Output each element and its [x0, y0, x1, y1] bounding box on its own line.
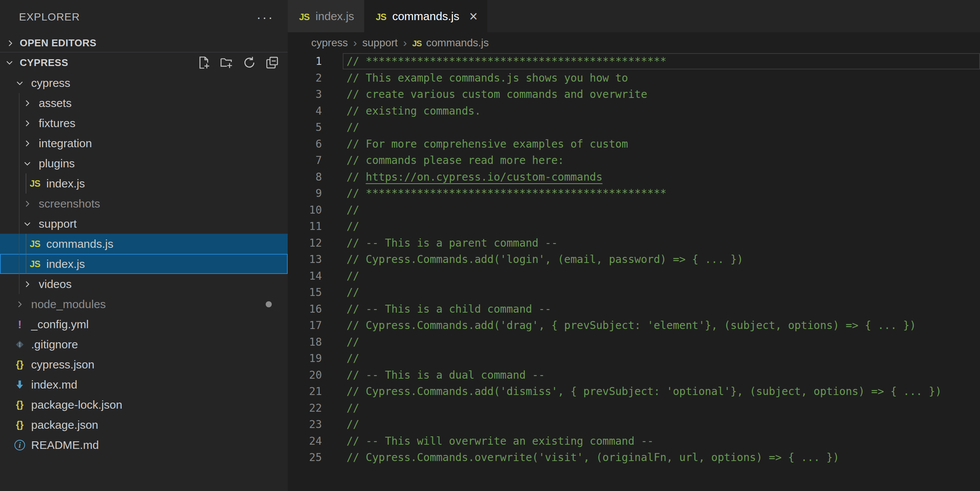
breadcrumb-item-commands.js[interactable]: JScommands.js: [412, 37, 489, 49]
tree-item-node-modules[interactable]: node_modules: [0, 294, 288, 314]
code-line-content: //: [347, 418, 980, 431]
tree-item-videos[interactable]: videos: [0, 274, 288, 294]
more-actions-icon[interactable]: ···: [254, 10, 276, 25]
code-line-content: // *************************************…: [347, 55, 980, 68]
refresh-icon[interactable]: [242, 56, 256, 70]
open-editors-section-header[interactable]: OPEN EDITORS: [0, 34, 288, 52]
workspace-section-header[interactable]: CYPRESS: [0, 52, 288, 73]
breadcrumb-separator-icon: ›: [403, 37, 407, 49]
indent-guide: [19, 274, 19, 294]
code-line-9[interactable]: 9// ************************************…: [288, 185, 980, 202]
explorer-sidebar: EXPLORER ··· OPEN EDITORS CYPRESS: [0, 0, 288, 491]
tree-item-commands.js[interactable]: JScommands.js: [0, 234, 288, 254]
tab-label: commands.js: [392, 10, 459, 23]
code-line-1[interactable]: 1// ************************************…: [288, 53, 980, 70]
line-number: 13: [288, 253, 322, 265]
tree-item-package-lock.json[interactable]: {}package-lock.json: [0, 395, 288, 415]
tree-item-readme.md[interactable]: iREADME.md: [0, 435, 288, 455]
json-file-icon: {}: [11, 399, 28, 410]
line-number: 2: [288, 72, 322, 84]
code-line-content: // -- This will overwrite an existing co…: [347, 435, 980, 447]
code-line-content: //: [347, 204, 980, 216]
code-line-13[interactable]: 13// Cypress.Commands.add('login', (emai…: [288, 251, 980, 268]
code-line-content: // -- This is a child command --: [347, 303, 980, 315]
file-tree: cypressassetsfixturesintegrationpluginsJ…: [0, 73, 288, 455]
code-line-25[interactable]: 25// Cypress.Commands.overwrite('visit',…: [288, 449, 980, 466]
code-line-19[interactable]: 19//: [288, 350, 980, 367]
indent-guide: [26, 234, 26, 254]
close-tab-icon[interactable]: ×: [469, 9, 477, 24]
new-folder-icon[interactable]: [220, 56, 234, 70]
breadcrumb-label: cypress: [311, 37, 348, 49]
breadcrumb-separator-icon: ›: [353, 37, 357, 49]
code-line-7[interactable]: 7// commands please read more here:: [288, 152, 980, 169]
tree-item-cypress[interactable]: cypress: [0, 73, 288, 93]
code-line-21[interactable]: 21// Cypress.Commands.add('dismiss', { p…: [288, 383, 980, 400]
js-file-icon: JS: [27, 239, 43, 249]
code-line-18[interactable]: 18//: [288, 334, 980, 351]
tree-item-screenshots[interactable]: screenshots: [0, 194, 288, 214]
code-line-2[interactable]: 2// This example commands.js shows you h…: [288, 70, 980, 86]
collapse-folders-icon[interactable]: [265, 56, 279, 70]
chevron-down-icon: [19, 159, 36, 168]
line-number: 24: [288, 435, 322, 447]
chevron-right-icon: [19, 98, 36, 108]
chevron-down-icon: [4, 58, 15, 68]
code-line-content: //: [347, 270, 980, 282]
code-line-14[interactable]: 14//: [288, 268, 980, 284]
indent-guide: [26, 173, 26, 194]
line-number: 18: [288, 336, 322, 348]
tab-index.js[interactable]: JSindex.js: [288, 0, 364, 32]
line-number: 8: [288, 171, 322, 183]
tree-item-support[interactable]: support: [0, 214, 288, 234]
breadcrumb-item-support[interactable]: support: [362, 37, 398, 49]
tree-item-plugins[interactable]: plugins: [0, 153, 288, 173]
editor-group: JSindex.jsJScommands.js× cypress›support…: [288, 0, 980, 491]
line-number: 23: [288, 418, 322, 431]
code-line-8[interactable]: 8// https://on.cypress.io/custom-command…: [288, 169, 980, 186]
code-editor[interactable]: 1// ************************************…: [288, 53, 980, 491]
code-line-17[interactable]: 17// Cypress.Commands.add('drag', { prev…: [288, 317, 980, 334]
tree-item-package.json[interactable]: {}package.json: [0, 415, 288, 435]
code-line-4[interactable]: 4// existing commands.: [288, 103, 980, 119]
line-number: 3: [288, 88, 322, 100]
code-line-20[interactable]: 20// -- This is a dual command --: [288, 367, 980, 384]
code-line-content: // Cypress.Commands.add('drag', { prevSu…: [347, 319, 980, 332]
tree-item-.gitignore[interactable]: .gitignore: [0, 334, 288, 354]
indent-guide: [19, 234, 19, 254]
tree-item-assets[interactable]: assets: [0, 93, 288, 113]
code-line-24[interactable]: 24// -- This will overwrite an existing …: [288, 433, 980, 450]
tree-item-cypress.json[interactable]: {}cypress.json: [0, 354, 288, 375]
code-line-10[interactable]: 10//: [288, 202, 980, 219]
code-line-16[interactable]: 16// -- This is a child command --: [288, 301, 980, 318]
code-link[interactable]: https://on.cypress.io/custom-commands: [366, 171, 603, 183]
code-line-15[interactable]: 15//: [288, 284, 980, 301]
chevron-down-icon: [19, 219, 36, 229]
tree-item-index.md[interactable]: index.md: [0, 375, 288, 395]
code-line-content: // existing commands.: [347, 105, 980, 117]
tab-commands.js[interactable]: JScommands.js×: [364, 0, 487, 32]
tree-item-label: integration: [39, 137, 92, 150]
code-line-22[interactable]: 22//: [288, 400, 980, 416]
tree-item-label: cypress: [31, 77, 70, 89]
new-file-icon[interactable]: [197, 56, 211, 70]
code-line-6[interactable]: 6// For more comprehensive examples of c…: [288, 136, 980, 153]
code-line-5[interactable]: 5//: [288, 119, 980, 136]
tree-item-label: commands.js: [46, 238, 113, 250]
code-line-content: // This example commands.js shows you ho…: [347, 72, 980, 84]
tree-item-integration[interactable]: integration: [0, 133, 288, 153]
breadcrumb-item-cypress[interactable]: cypress: [311, 37, 348, 49]
tree-item-label: index.js: [46, 177, 85, 190]
tree-item-index.js[interactable]: JSindex.js: [0, 173, 288, 194]
code-line-11[interactable]: 11//: [288, 218, 980, 235]
tree-item--config.yml[interactable]: !_config.yml: [0, 314, 288, 334]
line-number: 6: [288, 138, 322, 150]
tree-item-index.js[interactable]: JSindex.js: [0, 254, 288, 274]
code-line-content: // create various custom commands and ov…: [347, 88, 980, 100]
code-line-content: // For more comprehensive examples of cu…: [347, 138, 980, 150]
tree-item-fixtures[interactable]: fixtures: [0, 113, 288, 133]
indent-guide: [26, 254, 26, 274]
code-line-3[interactable]: 3// create various custom commands and o…: [288, 86, 980, 103]
code-line-23[interactable]: 23//: [288, 416, 980, 433]
code-line-12[interactable]: 12// -- This is a parent command --: [288, 235, 980, 251]
